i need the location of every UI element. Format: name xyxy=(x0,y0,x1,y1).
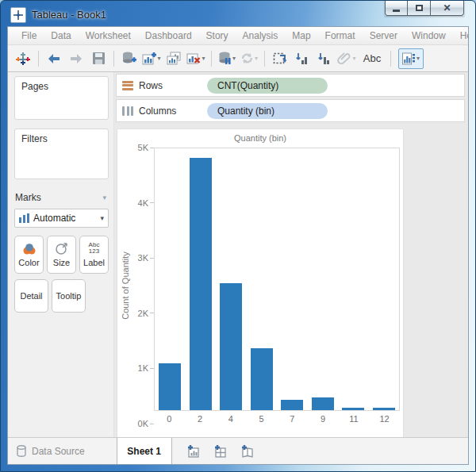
dropdown-caret-icon[interactable]: ▾ xyxy=(157,55,160,62)
menu-item-analysis[interactable]: Analysis xyxy=(236,30,286,41)
menu-item-window[interactable]: Window xyxy=(405,30,453,41)
chart-column-header: Quantity (bin) xyxy=(117,129,403,148)
dropdown-caret-icon[interactable]: ▾ xyxy=(352,55,355,62)
bar-9[interactable] xyxy=(312,397,334,411)
new-dashboard-tab-button[interactable] xyxy=(213,445,228,458)
close-button[interactable]: ✕ xyxy=(431,1,464,16)
data-source-icon xyxy=(17,445,26,457)
size-icon xyxy=(56,243,68,255)
toolbar-separator xyxy=(38,51,39,67)
save-button[interactable] xyxy=(87,48,109,69)
close-icon: ✕ xyxy=(443,3,451,13)
x-tick-label: 5 xyxy=(251,414,273,424)
refresh-button[interactable]: ▾ xyxy=(238,48,260,69)
size-button[interactable]: Size xyxy=(47,236,76,274)
color-button-label: Color xyxy=(18,258,39,267)
data-source-label: Data Source xyxy=(32,446,85,457)
y-axis-title: Count of Quantity xyxy=(121,251,130,320)
highlight-paperclip-button[interactable]: ▾ xyxy=(336,48,358,69)
bar-12[interactable] xyxy=(373,408,395,410)
maximize-icon xyxy=(416,5,423,11)
marks-label: Marks xyxy=(15,192,41,203)
collapse-caret-icon[interactable]: ▾ xyxy=(102,194,106,201)
label-button[interactable]: Abc 123 Label xyxy=(79,236,109,274)
menu-item-data[interactable]: Data xyxy=(44,30,78,41)
color-icon xyxy=(22,243,36,255)
rows-icon xyxy=(122,81,133,90)
detail-button[interactable]: Detail xyxy=(14,279,48,313)
window-controls: ✕ xyxy=(385,1,464,16)
dropdown-caret-icon[interactable]: ▾ xyxy=(255,55,258,62)
plot-area[interactable] xyxy=(154,148,400,411)
label-icon: Abc 123 xyxy=(89,242,100,255)
clear-sheet-button[interactable]: ▾ xyxy=(185,48,207,69)
new-story-tab-button[interactable] xyxy=(240,445,255,458)
window-body: FileDataWorksheetDashboardStoryAnalysisM… xyxy=(7,26,469,465)
menu-item-worksheet[interactable]: Worksheet xyxy=(79,30,138,41)
mark-type-dropdown[interactable]: Automatic ▾ xyxy=(14,209,109,228)
menu-item-dashboard[interactable]: Dashboard xyxy=(138,30,199,41)
color-button[interactable]: Color xyxy=(14,236,44,274)
menu-item-format[interactable]: Format xyxy=(318,30,363,41)
x-tick-label: 12 xyxy=(374,414,396,424)
y-tick-label: 3K xyxy=(138,253,148,263)
dropdown-caret-icon[interactable]: ▾ xyxy=(416,55,420,62)
size-button-label: Size xyxy=(53,258,70,267)
x-tick-label: 7 xyxy=(281,414,303,424)
pages-shelf[interactable]: Pages xyxy=(14,76,109,120)
x-axis[interactable]: 0245791112 xyxy=(154,414,400,424)
tooltip-button[interactable]: Tooltip xyxy=(52,279,86,313)
bar-11[interactable] xyxy=(342,408,364,410)
toolbar-separator xyxy=(390,51,391,67)
menu-item-server[interactable]: Server xyxy=(363,30,405,41)
bar-5[interactable] xyxy=(251,348,273,410)
menu-item-file[interactable]: File xyxy=(14,30,44,41)
show-mark-labels-button[interactable]: Abc xyxy=(358,48,386,69)
sheet-tab-sheet1[interactable]: Sheet 1 xyxy=(117,438,172,464)
columns-pill[interactable]: Quantity (bin) xyxy=(207,103,328,119)
menu-item-story[interactable]: Story xyxy=(199,30,236,41)
bar-7[interactable] xyxy=(281,400,303,410)
show-me-button[interactable]: ▾ xyxy=(398,48,424,69)
dropdown-caret-icon[interactable]: ▾ xyxy=(232,55,236,62)
rows-pill[interactable]: CNT(Quantity) xyxy=(207,78,328,94)
x-tick-label: 2 xyxy=(189,414,211,424)
window-titlebar[interactable]: Tableau - Book1 ✕ xyxy=(7,1,469,26)
filters-label: Filters xyxy=(21,133,48,144)
sort-ascending-button[interactable] xyxy=(291,48,313,69)
bar-4[interactable] xyxy=(220,283,242,410)
toolbar-separator xyxy=(211,51,212,67)
pages-label: Pages xyxy=(21,81,48,92)
worksheet-canvas: Quantity (bin) Count of Quantity 0K1K2K3… xyxy=(116,129,465,437)
minimize-button[interactable] xyxy=(385,1,408,16)
columns-shelf[interactable]: Columns Quantity (bin) xyxy=(116,99,465,122)
tableau-window: Tableau - Book1 ✕ FileDataWorksheetDashb… xyxy=(0,0,476,472)
x-tick-label: 0 xyxy=(158,414,180,424)
filters-shelf[interactable]: Filters xyxy=(14,129,109,179)
new-data-source-button[interactable] xyxy=(118,48,140,69)
show-me-icon xyxy=(402,52,416,65)
tooltip-button-label: Tooltip xyxy=(56,291,82,301)
chart-view[interactable]: Quantity (bin) Count of Quantity 0K1K2K3… xyxy=(117,129,404,437)
swap-rows-columns-button[interactable] xyxy=(269,48,291,69)
menubar: FileDataWorksheetDashboardStoryAnalysisM… xyxy=(8,27,468,45)
sort-descending-button[interactable] xyxy=(313,48,336,69)
y-tick-label: 0K xyxy=(138,419,148,428)
data-source-tab[interactable]: Data Source xyxy=(8,438,98,464)
bar-2[interactable] xyxy=(190,158,212,410)
menu-item-help[interactable]: Help xyxy=(453,30,469,41)
bar-0[interactable] xyxy=(159,363,181,410)
rows-shelf[interactable]: Rows CNT(Quantity) xyxy=(116,74,465,97)
redo-forward-button[interactable] xyxy=(65,48,87,69)
bar-chart-icon xyxy=(19,213,29,223)
maximize-button[interactable] xyxy=(408,1,431,16)
duplicate-sheet-button[interactable] xyxy=(163,48,185,69)
y-axis[interactable]: 0K1K2K3K4K5K xyxy=(131,148,154,424)
new-worksheet-button[interactable]: ▾ xyxy=(140,48,163,69)
pause-updates-button[interactable]: ▾ xyxy=(216,48,238,69)
dropdown-caret-icon[interactable]: ▾ xyxy=(202,55,205,62)
undo-back-button[interactable] xyxy=(43,48,65,69)
rows-shelf-label: Rows xyxy=(139,80,186,91)
menu-item-map[interactable]: Map xyxy=(285,30,317,41)
new-worksheet-tab-button[interactable] xyxy=(186,445,201,458)
